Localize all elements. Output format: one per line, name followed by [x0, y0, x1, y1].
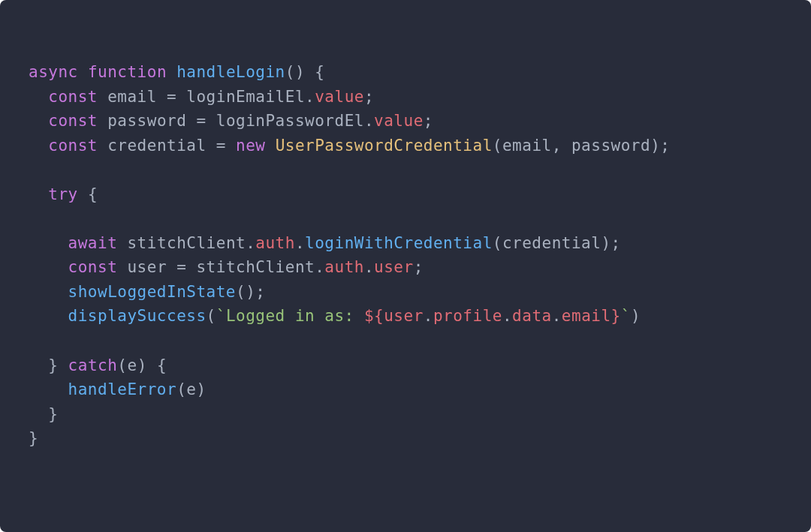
- code-token: (: [207, 307, 216, 325]
- code-token: e: [186, 380, 196, 398]
- code-token: .: [315, 258, 324, 276]
- code-token: loginPasswordEl: [216, 112, 364, 130]
- code-token: password: [571, 137, 650, 155]
- code-token: }: [29, 429, 38, 447]
- code-token: user: [374, 258, 414, 276]
- code-token: loginEmailEl: [186, 88, 305, 106]
- code-token: (: [493, 234, 502, 252]
- code-token: `Logged in as:: [216, 307, 364, 325]
- code-token: .: [364, 258, 374, 276]
- code-token: }: [48, 405, 58, 423]
- code-line: showLoggedInState();: [29, 283, 265, 301]
- code-token: async: [29, 63, 78, 81]
- code-token: =: [186, 112, 216, 130]
- code-line: async function handleLogin() {: [29, 63, 324, 81]
- code-line: await stitchClient.auth.loginWithCredent…: [29, 234, 621, 252]
- code-token: password: [107, 112, 186, 130]
- code-token: .: [364, 112, 374, 130]
- code-token: .: [295, 234, 305, 252]
- code-token: await: [68, 234, 118, 252]
- code-token: auth: [324, 258, 364, 276]
- code-token: [117, 234, 127, 252]
- code-token: email: [502, 137, 552, 155]
- code-panel: async function handleLogin() { const ema…: [0, 0, 811, 532]
- code-token: handleError: [68, 380, 177, 398]
- code-token: value: [374, 112, 424, 130]
- code-token: handleLogin: [176, 63, 285, 81]
- code-token: const: [68, 258, 118, 276]
- code-token: .: [552, 307, 562, 325]
- code-token: ,: [552, 137, 571, 155]
- code-line: }: [29, 405, 58, 423]
- code-token: stitchClient: [127, 234, 246, 252]
- code-token: ;: [414, 258, 424, 276]
- code-token: =: [157, 88, 186, 106]
- code-token: (: [176, 380, 186, 398]
- code-token: new: [236, 137, 265, 155]
- code-token: (: [117, 356, 127, 374]
- code-token: email: [107, 88, 157, 106]
- code-token: [98, 137, 107, 155]
- code-token: ) {: [137, 356, 167, 374]
- code-token: credential: [107, 137, 206, 155]
- code-token: e: [127, 356, 137, 374]
- code-token: email: [562, 307, 611, 325]
- code-token: try: [48, 185, 77, 203]
- code-token: ();: [236, 283, 265, 301]
- code-line: const user = stitchClient.auth.user;: [29, 258, 424, 276]
- code-token: user: [127, 258, 167, 276]
- code-token: ): [196, 380, 206, 398]
- code-line: const credential = new UserPasswordCrede…: [29, 137, 670, 155]
- code-token: catch: [68, 356, 118, 374]
- code-token: profile: [433, 307, 502, 325]
- code-token: [265, 137, 275, 155]
- code-token: =: [207, 137, 236, 155]
- code-token: const: [48, 112, 98, 130]
- code-token: credential: [502, 234, 601, 252]
- code-token: UserPasswordCredential: [276, 137, 493, 155]
- code-token: {: [78, 185, 98, 203]
- code-token: [117, 258, 127, 276]
- code-line: displaySuccess(`Logged in as: ${user.pro…: [29, 307, 641, 325]
- code-token: (: [493, 137, 502, 155]
- code-token: ;: [424, 112, 433, 130]
- code-token: =: [167, 258, 196, 276]
- code-token: .: [424, 307, 433, 325]
- code-token: }: [48, 356, 68, 374]
- code-token: [98, 112, 107, 130]
- code-line: } catch(e) {: [29, 356, 167, 374]
- code-token: .: [246, 234, 255, 252]
- code-token: ${: [364, 307, 384, 325]
- code-block: async function handleLogin() { const ema…: [29, 60, 782, 451]
- code-token: data: [512, 307, 552, 325]
- code-token: const: [48, 137, 98, 155]
- code-line: handleError(e): [29, 380, 207, 398]
- code-line: }: [29, 429, 38, 447]
- code-token: user: [384, 307, 424, 325]
- code-token: }: [611, 307, 621, 325]
- code-token: function: [88, 63, 167, 81]
- code-token: ;: [364, 88, 374, 106]
- code-token: .: [305, 88, 315, 106]
- code-line: try {: [29, 185, 98, 203]
- code-token: ): [631, 307, 641, 325]
- code-line: const email = loginEmailEl.value;: [29, 88, 374, 106]
- code-token: .: [502, 307, 512, 325]
- code-token: [78, 63, 88, 81]
- code-token: showLoggedInState: [68, 283, 236, 301]
- code-token: `: [621, 307, 631, 325]
- code-token: auth: [255, 234, 295, 252]
- code-token: {: [305, 63, 324, 81]
- code-token: const: [48, 88, 98, 106]
- code-token: [167, 63, 176, 81]
- code-token: );: [650, 137, 670, 155]
- code-token: stitchClient: [196, 258, 315, 276]
- code-line: const password = loginPasswordEl.value;: [29, 112, 433, 130]
- code-token: [98, 88, 107, 106]
- code-token: (): [285, 63, 305, 81]
- code-token: loginWithCredential: [305, 234, 493, 252]
- code-token: value: [315, 88, 364, 106]
- code-token: displaySuccess: [68, 307, 207, 325]
- code-token: );: [601, 234, 620, 252]
